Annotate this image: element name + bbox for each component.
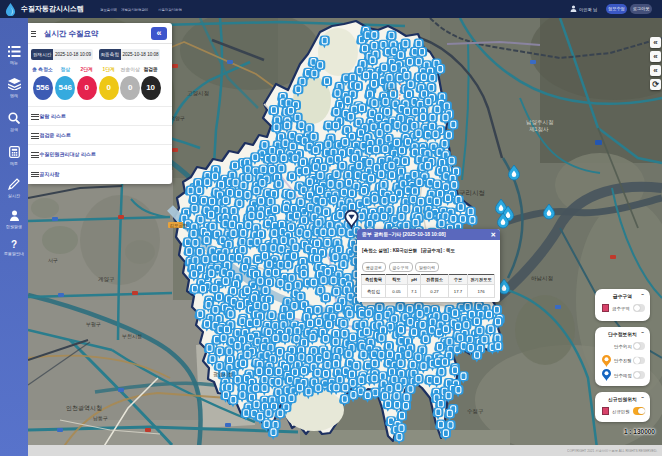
svg-text:도시: 도시 xyxy=(387,86,397,92)
svg-text:광명시청: 광명시청 xyxy=(213,371,233,378)
svg-text:부천시청: 부천시청 xyxy=(122,333,142,340)
svg-text:서구: 서구 xyxy=(48,257,58,263)
svg-text:고양시청: 고양시청 xyxy=(187,90,209,97)
svg-text:계양구: 계양구 xyxy=(98,276,115,283)
svg-text:인천광역시청: 인천광역시청 xyxy=(66,405,102,412)
svg-text:구리시청: 구리시청 xyxy=(459,189,485,197)
svg-text:부평구: 부평구 xyxy=(86,321,101,328)
svg-text:덕양구: 덕양구 xyxy=(170,115,185,121)
svg-text:하남시청: 하남시청 xyxy=(531,275,553,282)
svg-text:남동구: 남동구 xyxy=(93,415,108,421)
svg-text:수정구: 수정구 xyxy=(467,408,484,415)
svg-text:남양주시청: 남양주시청 xyxy=(526,119,554,126)
svg-text:제1청사: 제1청사 xyxy=(529,126,549,133)
